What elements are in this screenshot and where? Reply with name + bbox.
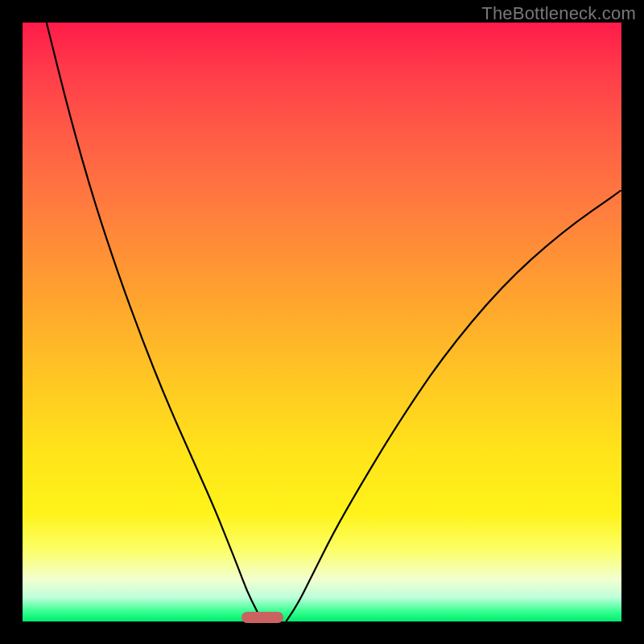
curve-layer: [0, 0, 644, 644]
left-curve: [47, 23, 262, 621]
right-curve: [286, 190, 621, 621]
bottleneck-marker: [242, 612, 283, 623]
